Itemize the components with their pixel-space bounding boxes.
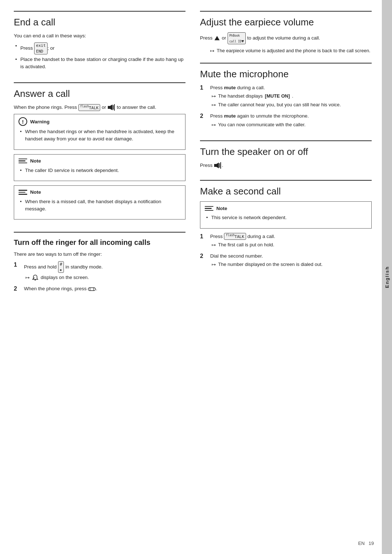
mute-keyword: mute [224, 85, 236, 90]
note-icon-2 [19, 189, 27, 196]
footer-lang: EN [358, 541, 365, 546]
mute-on-text: [MUTE ON] [265, 93, 290, 100]
step-result-2: You can now communicate with the caller. [210, 121, 372, 129]
step-result-1a: The handset displays [MUTE ON]. [210, 93, 372, 100]
sidebar-label: English [384, 266, 390, 288]
end-button: exitEND [34, 42, 48, 54]
ringer-intro: There are two ways to turn off the ringe… [14, 251, 185, 258]
right-column: Adjust the earpiece volume Press or PhBo… [200, 11, 372, 543]
step-result: The number displayed on the screen is di… [210, 261, 372, 268]
step-number: 2 [200, 112, 207, 128]
list-item: 1 Press and hold #✱ in standby mode. [14, 261, 185, 282]
volume-intro: Press or PhBookcall ID▼ to adjust the vo… [200, 32, 372, 44]
step-number: 2 [14, 285, 20, 293]
note-icon-second-call [205, 205, 213, 212]
phbook-button: PhBookcall ID▼ [228, 32, 246, 44]
list-item: 1 Press flashTALK during a call. The fir… [200, 233, 372, 249]
talk-button: flashTALK [78, 104, 101, 111]
warning-bullets: When the handset rings or when the hands… [19, 128, 181, 143]
svg-rect-14 [220, 162, 221, 169]
step-number: 1 [14, 261, 20, 282]
step-content: Press mute during a call. The handset di… [210, 84, 372, 109]
note-1-bullets: The caller ID service is network depende… [19, 167, 181, 174]
warning-label: Warning [30, 119, 50, 124]
section-title-answer-call: Answer a call [14, 88, 185, 99]
note-label-second-call: Note [216, 206, 227, 211]
section-mute-mic: Mute the microphone 1 Press mute during … [200, 63, 372, 132]
second-call-steps: 1 Press flashTALK during a call. The fir… [200, 233, 372, 269]
step-content: When the phone rings, press . [24, 285, 185, 293]
section-title-mute: Mute the microphone [200, 69, 372, 80]
mute-steps: 1 Press mute during a call. The handset … [200, 84, 372, 129]
list-item: 1 Press mute during a call. The handset … [200, 84, 372, 109]
talk-button-2: flashTALK [224, 233, 246, 240]
step-content: Press and hold #✱ in standby mode. displ… [24, 261, 185, 282]
warning-box: ! Warning When the handset rings or when… [14, 114, 185, 150]
end-call-bullets: Press exitEND; or Place the handset to t… [14, 42, 185, 70]
svg-rect-13 [219, 163, 220, 168]
section-title-ringer: Turn off the ringer for all incoming cal… [14, 238, 185, 247]
note-label-1: Note [30, 158, 41, 164]
svg-rect-7 [88, 288, 95, 291]
svg-rect-2 [113, 105, 114, 110]
section-turn-off-ringer: Turn off the ringer for all incoming cal… [14, 232, 185, 296]
sidebar-english: English [382, 0, 392, 554]
list-item: This service is network dependent. [205, 214, 367, 221]
svg-marker-1 [110, 104, 113, 110]
section-turn-speaker: Turn the speaker on or off Press . [200, 140, 372, 172]
ringer-steps: 1 Press and hold #✱ in standby mode. [14, 261, 185, 293]
main-content: End a call You can end a call in these w… [0, 0, 382, 554]
section-title-second-call: Make a second call [200, 186, 372, 197]
step-number: 2 [200, 253, 207, 268]
step-content: Press flashTALK during a call. The first… [210, 233, 372, 249]
warning-icon: ! [19, 117, 27, 126]
svg-marker-12 [216, 163, 219, 168]
mute-keyword-2: mute [224, 113, 236, 119]
answer-call-intro: When the phone rings. Press flashTALK or… [14, 104, 185, 111]
section-title-end-call: End a call [14, 17, 185, 28]
step-number: 1 [200, 233, 207, 249]
svg-rect-11 [214, 164, 216, 167]
speaker-intro: Press . [200, 162, 372, 169]
note-header-1: Note [19, 157, 181, 165]
left-column: End a call You can end a call in these w… [14, 11, 185, 543]
svg-marker-10 [215, 36, 220, 40]
end-call-intro: You can end a call in these ways: [14, 32, 185, 40]
hash-button: #✱ [58, 261, 64, 273]
list-item: When the handset rings or when the hands… [19, 128, 181, 143]
bell-icon [32, 274, 38, 281]
list-item: When there is a missed call, the handset… [19, 198, 181, 213]
note-box-1: Note The caller ID service is network de… [14, 154, 185, 181]
list-item: Place the handset to the base station or… [14, 56, 185, 71]
warning-header: ! Warning [19, 117, 181, 126]
volume-result: The earpiece volume is adjusted and the … [200, 47, 372, 55]
speaker-icon-2 [214, 162, 222, 169]
note-header-2: Note [19, 189, 181, 196]
list-item: 2 Press mute again to unmute the microph… [200, 112, 372, 128]
svg-rect-0 [108, 106, 110, 109]
note-second-call-bullets: This service is network dependent. [205, 214, 367, 221]
step-result: displays on the screen. [24, 274, 185, 282]
step-content: Dial the second number. The number displ… [210, 253, 372, 268]
list-item: 2 When the phone rings, press . [14, 285, 185, 293]
note-box-2: Note When there is a missed call, the ha… [14, 185, 185, 220]
step-number: 1 [200, 84, 207, 109]
section-adjust-volume: Adjust the earpiece volume Press or PhBo… [200, 11, 372, 55]
list-item: Press exitEND; or [14, 42, 185, 54]
list-item: 2 Dial the second number. The number dis… [200, 253, 372, 268]
note-label-2: Note [30, 189, 41, 195]
page: End a call You can end a call in these w… [0, 0, 392, 554]
list-item: The caller ID service is network depende… [19, 167, 181, 174]
step-result: The first call is put on hold. [210, 241, 372, 249]
footer: EN 19 [358, 541, 374, 546]
phone-end-icon [88, 286, 96, 292]
footer-page: 19 [369, 541, 374, 546]
speaker-icon [107, 104, 115, 111]
section-title-speaker: Turn the speaker on or off [200, 146, 372, 157]
note-2-bullets: When there is a missed call, the handset… [19, 198, 181, 213]
section-second-call: Make a second call Note This service is … [200, 180, 372, 272]
section-answer-call: Answer a call When the phone rings. Pres… [14, 82, 185, 224]
up-arrow-icon [214, 35, 220, 42]
step-result-1b: The caller cannot hear you, but you can … [210, 101, 372, 109]
svg-rect-3 [114, 104, 115, 111]
